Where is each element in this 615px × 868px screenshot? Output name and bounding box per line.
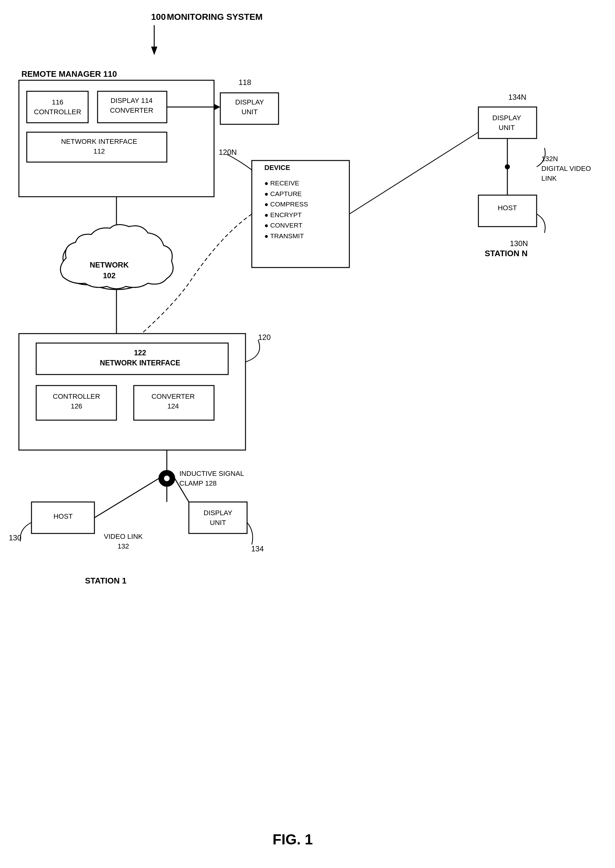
- host-130n-label: HOST: [482, 204, 532, 212]
- device-label: DEVICE: [264, 164, 290, 172]
- fig-label: FIG. 1: [245, 831, 340, 848]
- host-130-label: HOST: [47, 512, 80, 521]
- display-unit-134-label: DISPLAYUNIT: [192, 508, 244, 528]
- monitoring-system-label: MONITORING SYSTEM: [167, 12, 262, 22]
- svg-point-21: [159, 470, 175, 486]
- network-label: NETWORK102: [90, 260, 129, 281]
- svg-marker-1: [151, 47, 158, 55]
- digital-video-link-label: 132NDIGITAL VIDEOLINK: [542, 154, 591, 183]
- display-unit-134n-label: DISPLAYUNIT: [482, 113, 532, 133]
- display-unit-118-label: DISPLAYUNIT: [226, 98, 273, 117]
- network-interface-112-label: NETWORK INTERFACE112: [38, 137, 161, 156]
- ref-134: 134: [251, 545, 264, 553]
- ref-118: 118: [239, 78, 251, 87]
- svg-line-26: [94, 478, 159, 518]
- ref-134n: 134N: [508, 93, 526, 101]
- display-converter-label: DISPLAY 114CONVERTER: [100, 96, 163, 116]
- station-1-label: STATION 1: [85, 576, 126, 586]
- ref-130: 130: [9, 534, 22, 542]
- network-interface-122-label: 122NETWORK INTERFACE: [55, 348, 225, 368]
- diagram: 100 MONITORING SYSTEM REMOTE MANAGER 110…: [0, 0, 615, 868]
- converter-124-label: CONVERTER124: [139, 392, 208, 411]
- station-n-label: STATION N: [485, 249, 528, 258]
- ref-120n: 120N: [219, 148, 237, 157]
- svg-point-22: [164, 475, 170, 481]
- video-link-label: VIDEO LINK132: [104, 532, 142, 551]
- inductive-signal-label: INDUCTIVE SIGNALCLAMP 128: [180, 469, 244, 489]
- svg-point-34: [505, 164, 510, 169]
- controller-116-label: 116CONTROLLER: [31, 98, 84, 117]
- ref-130n: 130N: [510, 239, 528, 248]
- monitoring-system-number: 100: [151, 12, 166, 22]
- remote-manager-label: REMOTE MANAGER 110: [22, 69, 117, 79]
- controller-126-label: CONTROLLER126: [42, 392, 111, 411]
- svg-marker-7: [214, 104, 220, 110]
- device-items: ● RECEIVE ● CAPTURE ● COMPRESS ● ENCRYPT…: [264, 178, 308, 241]
- ref-120: 120: [258, 333, 271, 342]
- svg-line-32: [350, 132, 478, 214]
